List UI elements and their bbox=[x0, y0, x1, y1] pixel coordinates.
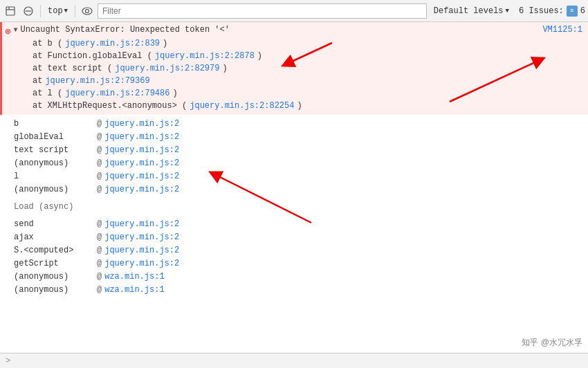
callstack-row: globalEval @ jquery.min.js:2 bbox=[0, 131, 588, 144]
callstack-row: (anonymous) @ wza.min.js:1 bbox=[0, 284, 588, 297]
callstack-row: (anonymous) @ jquery.min.js:2 bbox=[0, 157, 588, 170]
error-block: ⊗ ▼ Uncaught SyntaxError: Unexpected tok… bbox=[0, 22, 588, 115]
stack-file-link[interactable]: jquery.min.js:2:82254 bbox=[190, 100, 294, 112]
callstack-file-link[interactable]: jquery.min.js:2 bbox=[104, 257, 179, 270]
callstack-row: l @ jquery.min.js:2 bbox=[0, 170, 588, 183]
watermark: 知乎 @水冗水孚 bbox=[522, 337, 582, 349]
stack-file-link[interactable]: jquery.min.js:2:79369 bbox=[45, 75, 149, 87]
issues-count: 6 bbox=[580, 6, 585, 16]
stack-file-link[interactable]: jquery.min.js:2:2878 bbox=[155, 50, 255, 62]
stack-line: at jquery.min.js:2:79369 bbox=[33, 75, 582, 87]
callstack-row: send @ jquery.min.js:2 bbox=[0, 218, 588, 231]
stack-line: at XMLHttpRequest.<anonymous> (jquery.mi… bbox=[33, 100, 582, 112]
callstack-file-link[interactable]: jquery.min.js:2 bbox=[104, 170, 179, 183]
stack-file-link[interactable]: jquery.min.js:2:839 bbox=[65, 37, 160, 50]
callstack-file-link[interactable]: jquery.min.js:2 bbox=[104, 131, 179, 144]
callstack-file-link[interactable]: jquery.min.js:2 bbox=[104, 118, 179, 131]
toolbar-separator-1 bbox=[40, 5, 41, 17]
console-prompt: > bbox=[6, 356, 10, 366]
toolbar-separator-2 bbox=[75, 5, 75, 17]
callstack-file-link[interactable]: jquery.min.js:2 bbox=[104, 144, 179, 157]
issues-label: 6 Issues: bbox=[519, 6, 564, 16]
svg-point-6 bbox=[86, 9, 89, 12]
eye-icon[interactable] bbox=[80, 3, 95, 19]
bottom-bar: > bbox=[0, 353, 588, 368]
callstack-file-link[interactable]: wza.min.js:1 bbox=[104, 270, 164, 284]
callstack-row: (anonymous) @ wza.min.js:1 bbox=[0, 270, 588, 284]
console-content: ⊗ ▼ Uncaught SyntaxError: Unexpected tok… bbox=[0, 22, 588, 353]
levels-label: Default levels bbox=[434, 6, 504, 16]
callstack-file-link[interactable]: jquery.min.js:2 bbox=[104, 157, 179, 170]
context-label: top bbox=[48, 6, 63, 16]
callstack-file-link[interactable]: jquery.min.js:2 bbox=[104, 183, 179, 196]
async-label: Load (async) bbox=[0, 199, 588, 215]
stack-line: at text script (jquery.min.js:2:82979) bbox=[33, 62, 582, 75]
stack-line: at l (jquery.min.js:2:79486) bbox=[33, 87, 582, 100]
callstack-row: S.<computed> @ jquery.min.js:2 bbox=[0, 244, 588, 257]
callstack-row: text script @ jquery.min.js:2 bbox=[0, 144, 588, 157]
callstack-row: b @ jquery.min.js:2 bbox=[0, 118, 588, 131]
error-location-link[interactable]: VM1125:1 bbox=[542, 25, 582, 35]
issue-icon: ≡ bbox=[567, 6, 578, 17]
svg-rect-0 bbox=[6, 7, 15, 15]
context-selector[interactable]: top ▼ bbox=[45, 5, 71, 17]
levels-chevron: ▼ bbox=[506, 8, 509, 15]
stack-trace: at b (jquery.min.js:2:839) at Function.g… bbox=[5, 37, 582, 112]
callstack-file-link[interactable]: jquery.min.js:2 bbox=[104, 218, 179, 231]
stack-line: at b (jquery.min.js:2:839) bbox=[33, 37, 582, 50]
inspect-icon[interactable] bbox=[3, 3, 18, 19]
error-expand-icon[interactable]: ▼ bbox=[13, 26, 17, 34]
error-icon: ⊗ bbox=[5, 26, 10, 37]
stack-file-link[interactable]: jquery.min.js:2:82979 bbox=[115, 62, 219, 75]
callstack-row: (anonymous) @ jquery.min.js:2 bbox=[0, 183, 588, 196]
callstack-row: getScript @ jquery.min.js:2 bbox=[0, 257, 588, 270]
error-message: Uncaught SyntaxError: Unexpected token '… bbox=[20, 25, 540, 35]
callstack-row: ajax @ jquery.min.js:2 bbox=[0, 231, 588, 244]
callstack-file-link[interactable]: wza.min.js:1 bbox=[104, 284, 164, 297]
context-dropdown-icon: ▼ bbox=[64, 8, 68, 15]
callstack-sync: b @ jquery.min.js:2 globalEval @ jquery.… bbox=[0, 115, 588, 199]
console-toolbar: top ▼ Default levels ▼ 6 Issues: ≡ 6 bbox=[0, 0, 588, 22]
stack-line: at Function.globalEval (jquery.min.js:2:… bbox=[33, 50, 582, 62]
filter-input[interactable] bbox=[98, 3, 427, 19]
no-entry-icon[interactable] bbox=[21, 3, 36, 19]
callstack-async: send @ jquery.min.js:2 ajax @ jquery.min… bbox=[0, 215, 588, 300]
callstack-file-link[interactable]: jquery.min.js:2 bbox=[104, 244, 179, 257]
levels-dropdown[interactable]: Default levels ▼ bbox=[430, 5, 513, 17]
stack-file-link[interactable]: jquery.min.js:2:79486 bbox=[65, 87, 169, 100]
svg-point-5 bbox=[82, 8, 92, 15]
issues-badge: 6 Issues: ≡ 6 bbox=[519, 6, 585, 17]
callstack-file-link[interactable]: jquery.min.js:2 bbox=[104, 231, 179, 244]
